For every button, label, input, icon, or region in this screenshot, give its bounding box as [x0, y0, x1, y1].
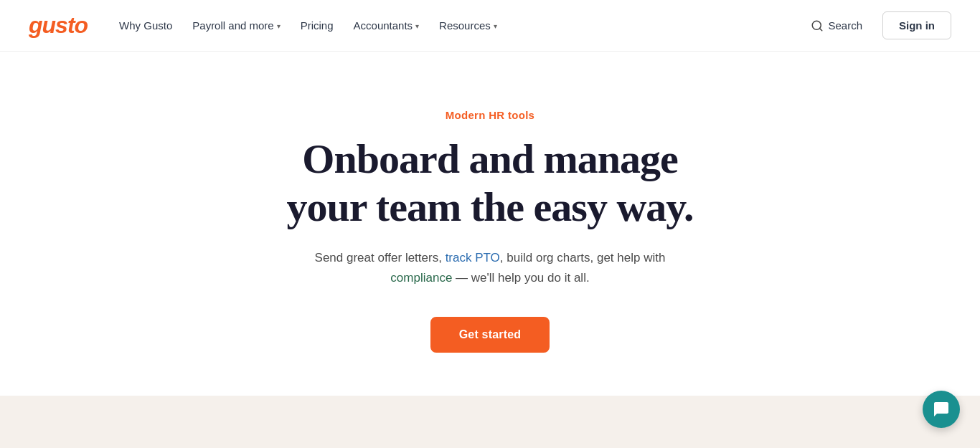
- nav-item-why-gusto[interactable]: Why Gusto: [110, 14, 181, 37]
- get-started-button[interactable]: Get started: [430, 317, 550, 353]
- chevron-down-icon-3: ▾: [494, 22, 497, 30]
- nav-item-payroll[interactable]: Payroll and more ▾: [184, 14, 288, 37]
- chevron-down-icon-2: ▾: [415, 22, 419, 30]
- subtitle-text-3: — we'll help you do it all.: [452, 271, 589, 285]
- svg-line-1: [820, 28, 822, 30]
- bottom-section: [0, 396, 980, 448]
- subtitle-text-2: , build org charts, get help with: [500, 251, 666, 264]
- header-left: gusto Why Gusto Payroll and more ▾ Prici…: [29, 12, 506, 39]
- search-button[interactable]: Search: [802, 14, 871, 38]
- nav-item-pricing[interactable]: Pricing: [292, 14, 342, 37]
- hero-subtitle: Send great offer letters, track PTO, bui…: [314, 248, 666, 288]
- hero-section: Modern HR tools Onboard and manage your …: [0, 52, 980, 396]
- search-icon: [811, 19, 824, 32]
- logo[interactable]: gusto: [29, 12, 88, 39]
- subtitle-text-1: Send great offer letters,: [315, 251, 446, 264]
- nav-label-payroll: Payroll and more: [192, 19, 273, 32]
- main-header: gusto Why Gusto Payroll and more ▾ Prici…: [0, 0, 980, 52]
- header-right: Search Sign in: [802, 11, 951, 39]
- chat-button[interactable]: [923, 391, 960, 428]
- main-nav: Why Gusto Payroll and more ▾ Pricing Acc…: [110, 14, 506, 37]
- chat-icon: [933, 401, 950, 418]
- nav-label-pricing: Pricing: [301, 19, 334, 32]
- nav-label-resources: Resources: [439, 19, 491, 32]
- nav-item-accountants[interactable]: Accountants ▾: [345, 14, 428, 37]
- hero-title: Onboard and manage your team the easy wa…: [268, 135, 712, 231]
- subtitle-compliance: compliance: [390, 271, 452, 285]
- sign-in-button[interactable]: Sign in: [882, 11, 951, 39]
- subtitle-pto: track PTO: [446, 251, 500, 264]
- nav-label-accountants: Accountants: [354, 19, 413, 32]
- chevron-down-icon: ▾: [277, 22, 281, 30]
- nav-label-why-gusto: Why Gusto: [119, 19, 172, 32]
- nav-item-resources[interactable]: Resources ▾: [430, 14, 506, 37]
- search-label: Search: [828, 19, 862, 32]
- hero-eyebrow: Modern HR tools: [446, 109, 535, 121]
